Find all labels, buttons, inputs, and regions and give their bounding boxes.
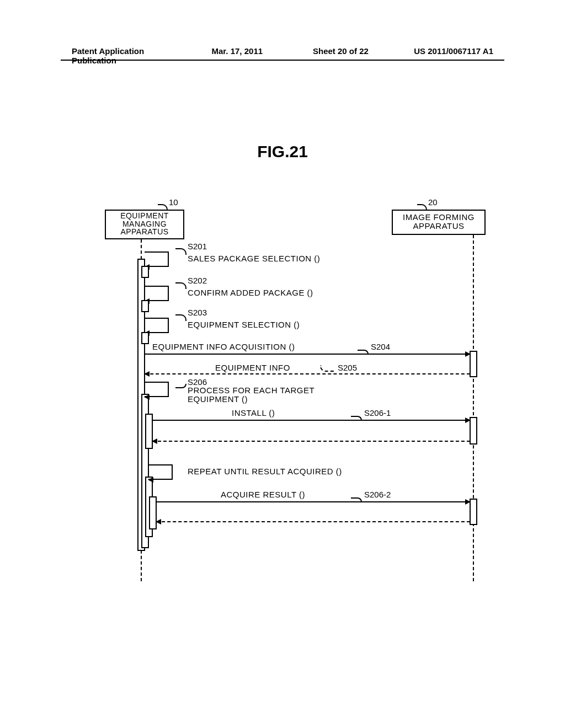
step-label-s204: EQUIPMENT INFO ACQUISITION () xyxy=(152,342,295,351)
step-label-s206-2: ACQUIRE RESULT () xyxy=(221,490,305,499)
figure-title: FIG.21 xyxy=(0,142,565,161)
step-id-s202: S202 xyxy=(188,276,207,285)
selfmsg-repeat xyxy=(148,464,173,480)
activation-s201 xyxy=(141,266,149,278)
activation-right-s206-2 xyxy=(470,499,477,525)
leader-s206-2 xyxy=(351,497,362,502)
leader-s206 xyxy=(175,384,186,388)
step-label-s206-l1: PROCESS FOR EACH TARGET xyxy=(188,386,315,395)
step-label-s206: PROCESS FOR EACH TARGET EQUIPMENT () xyxy=(188,386,315,404)
leader-s204 xyxy=(358,350,369,354)
participant-right: IMAGE FORMING APPARATUS xyxy=(392,210,486,235)
leader-s201 xyxy=(175,248,186,255)
leader-ref-right xyxy=(417,204,427,210)
participant-right-l1: IMAGE FORMING xyxy=(395,213,482,222)
ref-right: 20 xyxy=(428,197,438,207)
step-label-s202: CONFIRM ADDED PACKAGE () xyxy=(188,288,313,297)
participant-left-l3: APPARATUS xyxy=(108,228,181,236)
step-id-s201: S201 xyxy=(188,242,207,251)
activation-s202 xyxy=(141,300,149,312)
sheet-number: Sheet 20 of 22 xyxy=(302,46,403,65)
step-id-s204: S204 xyxy=(371,342,390,351)
activation-right-s206-1 xyxy=(470,417,477,445)
leader-s205 xyxy=(320,365,335,372)
ref-left: 10 xyxy=(169,197,178,207)
publication-type: Patent Application Publication xyxy=(72,46,162,65)
step-label-s205: EQUIPMENT INFO xyxy=(215,363,290,372)
participant-left: EQUIPMENT MANAGING APPARATUS xyxy=(105,210,184,239)
step-id-s203: S203 xyxy=(188,308,207,317)
participant-right-l2: APPARATUS xyxy=(395,222,482,231)
publication-date: Mar. 17, 2011 xyxy=(162,46,302,65)
selfmsg-s203 xyxy=(145,318,169,333)
activation-s204 xyxy=(470,351,477,377)
activation-s203 xyxy=(141,332,149,344)
step-id-s205: S205 xyxy=(338,363,357,372)
step-label-s206-1: INSTALL () xyxy=(232,408,275,417)
step-id-s206-1: S206-1 xyxy=(364,408,391,417)
leader-ref-left xyxy=(158,204,168,210)
step-label-repeat: REPEAT UNTIL RESULT ACQUIRED () xyxy=(188,467,342,476)
lifeline-right xyxy=(473,235,474,581)
step-label-s201: SALES PACKAGE SELECTION () xyxy=(188,254,320,263)
selfmsg-s201 xyxy=(145,251,169,267)
selfmsg-s206 xyxy=(145,382,169,397)
leader-s202 xyxy=(175,282,186,289)
leader-s206-1 xyxy=(351,416,362,420)
participant-left-l2: MANAGING xyxy=(108,220,181,228)
header-rule xyxy=(61,60,504,61)
participant-left-l1: EQUIPMENT xyxy=(108,212,181,220)
page-header: Patent Application Publication Mar. 17, … xyxy=(0,46,565,65)
step-label-s206-l2: EQUIPMENT () xyxy=(188,395,315,404)
leader-s203 xyxy=(175,314,186,321)
step-label-s203: EQUIPMENT SELECTION () xyxy=(188,320,300,329)
step-id-s206-2: S206-2 xyxy=(364,490,391,499)
activation-s206-2 xyxy=(149,496,157,529)
publication-number: US 2011/0067117 A1 xyxy=(403,46,494,65)
sequence-diagram: 10 20 EQUIPMENT MANAGING APPARATUS IMAGE… xyxy=(105,194,486,580)
selfmsg-s202 xyxy=(145,286,169,301)
